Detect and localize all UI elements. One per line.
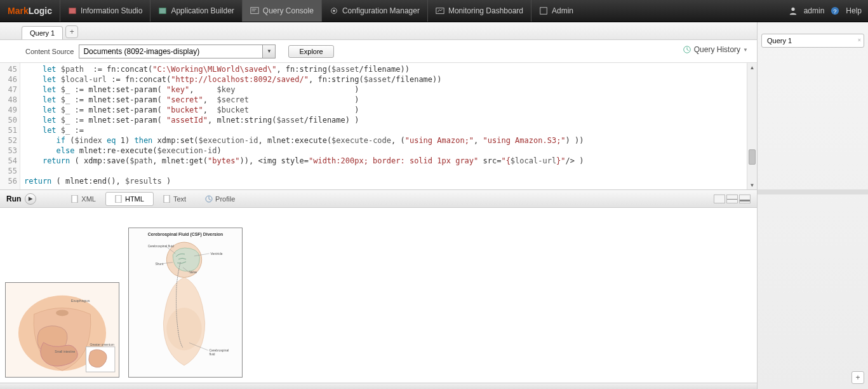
explore-label: Explore [299,48,323,55]
tab-query-1[interactable]: Query 1 [22,26,63,39]
view-tab-xml[interactable]: XML [62,192,105,206]
nav-right: admin ? Help [782,0,868,22]
main-area: 45 46 47 48 49 50 51 52 53 54 55 56 let … [0,63,757,389]
scroll-down-icon[interactable]: ▼ [747,181,757,189]
nav-label: Monitoring Dashboard [448,6,523,15]
label-ventricle: Ventricle [211,252,223,256]
content-toolbar: Content Source Documents (8092-images-di… [0,40,757,63]
view-tab-text[interactable]: Text [154,192,196,206]
sidebar-divider[interactable] [758,189,868,194]
user-name[interactable]: admin [804,6,825,15]
editor-code[interactable]: let $path := fn:concat("C:\Working\MLWor… [20,63,747,189]
tab-strip: Query 1 + Workspace ▼ [0,22,868,40]
play-icon: ▶ [25,193,36,205]
svg-point-7 [791,8,794,11]
nav-label: Information Studio [81,6,142,15]
nav-config-manager[interactable]: Configuration Manager [321,0,427,22]
editor-gutter: 45 46 47 48 49 50 51 52 53 54 55 56 [0,63,20,189]
run-label: Run [6,194,21,203]
nav-monitoring-dashboard[interactable]: Monitoring Dashboard [427,0,531,22]
label-small-intestine: Small intestine [55,351,75,354]
anatomy-abdomen-illustration: Esophagus Small intestine Greater omentu… [6,283,119,377]
nav-items: Information Studio Application Builder Q… [60,0,581,22]
tab-add-button[interactable]: + [65,25,78,38]
chevron-down-icon: ▼ [262,45,275,58]
sidebar-add-button[interactable]: + [851,371,864,384]
view-label: Text [173,195,186,203]
view-label: Profile [215,195,235,203]
explore-button[interactable]: Explore [288,45,333,58]
content-source-label: Content Source [25,48,74,55]
nav-label: Application Builder [171,6,234,15]
svg-rect-13 [116,195,121,203]
view-label: XML [81,195,96,203]
content-source-value: Documents (8092-images-display) [83,47,199,56]
tab-label: Query 1 [30,29,55,37]
gear-icon [330,6,338,15]
content-source-select[interactable]: Documents (8092-images-display) ▼ [79,44,276,58]
nav-query-console[interactable]: Query Console [242,0,321,22]
sidebar-query-item[interactable]: Query 1 × [761,34,864,48]
query-history-label: Query History [694,45,740,54]
dashboard-icon [436,6,444,15]
svg-text:?: ? [834,8,837,15]
nav-label: Query Console [263,6,314,15]
right-sidebar: Query 1 × + [757,22,868,389]
svg-point-22 [166,308,201,350]
scroll-thumb[interactable] [749,149,756,165]
query-history-button[interactable]: Query History ▼ [683,45,748,54]
code-editor[interactable]: 45 46 47 48 49 50 51 52 53 54 55 56 let … [0,63,757,190]
console-icon [250,6,259,15]
nav-label: Configuration Manager [342,6,420,15]
run-button[interactable]: Run ▶ [6,193,36,205]
view-tab-html[interactable]: HTML [105,192,154,206]
layout-split-button[interactable] [726,194,738,203]
cube-icon [68,6,77,15]
help-icon: ? [831,6,839,15]
label-csf-top: Cerebrospinal fluid [148,245,174,248]
scroll-up-icon[interactable]: ▲ [747,63,757,72]
close-icon[interactable]: × [858,37,861,43]
svg-rect-0 [69,8,76,14]
run-bar: Run ▶ XML HTML Text Profile [0,190,757,208]
brand-second: Logic [29,6,52,16]
chevron-down-icon: ▼ [743,47,748,53]
svg-rect-14 [164,195,170,203]
label-csf-bottom: Cerebrospinal [210,349,229,352]
brand-first: Mark [8,6,29,16]
nav-admin[interactable]: Admin [531,0,581,22]
user-icon [789,6,798,15]
brand-logo: MarkLogic [0,0,60,22]
results-pane: Esophagus Small intestine Greater omentu… [0,208,757,383]
layout-min-button[interactable] [739,194,751,203]
svg-point-18 [56,310,69,316]
nav-information-studio[interactable]: Information Studio [60,0,150,22]
label-valve: Valve [189,271,197,275]
text-icon [163,195,171,203]
xml-icon [71,195,79,203]
top-nav-bar: MarkLogic Information Studio Application… [0,0,868,22]
layout-controls [714,194,751,203]
html-icon [115,195,123,203]
help-link[interactable]: Help [846,6,862,15]
result-image-2: Cerebrospinal Fluid (CSF) Diversion Cere… [128,228,243,378]
admin-icon [539,6,548,15]
svg-rect-12 [72,195,77,203]
history-icon [683,45,691,54]
view-tab-profile[interactable]: Profile [196,192,244,206]
sidebar-item-label: Query 1 [767,37,792,44]
editor-scrollbar[interactable]: ▲ ▼ [747,63,757,189]
label-esophagus: Esophagus [71,299,90,303]
svg-point-4 [333,10,335,12]
cube-icon [158,6,167,15]
layout-full-button[interactable] [714,194,725,203]
svg-rect-6 [540,8,547,15]
image-title: Cerebrospinal Fluid (CSF) Diversion [148,232,224,237]
nav-label: Admin [552,6,573,15]
svg-rect-1 [159,8,166,14]
view-label: HTML [125,195,144,203]
sidebar-area [758,63,868,189]
nav-application-builder[interactable]: Application Builder [150,0,241,22]
anatomy-csf-illustration: Cerebrospinal Fluid (CSF) Diversion Cere… [129,228,242,377]
footer-strip [0,383,757,389]
